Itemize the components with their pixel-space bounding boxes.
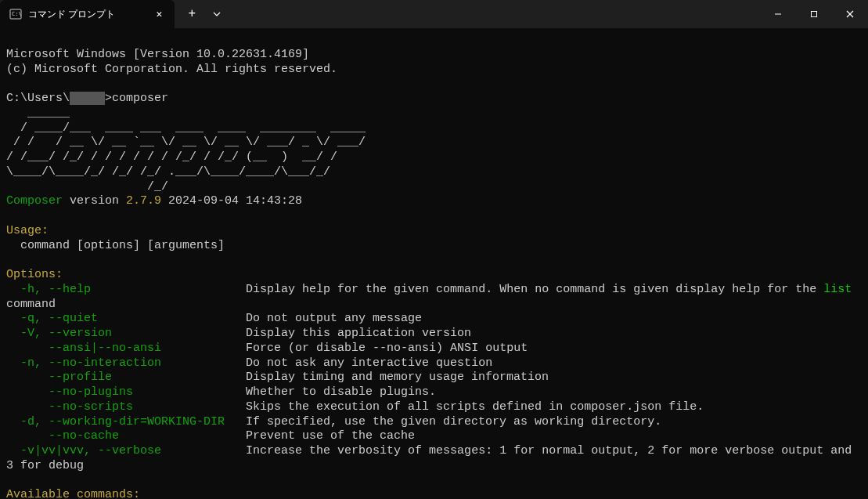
opt-pad: [119, 429, 246, 443]
version-word: version: [63, 194, 126, 208]
opt-pad: [225, 415, 246, 428]
terminal-output[interactable]: Microsoft Windows [Version 10.0.22631.41…: [0, 28, 868, 499]
opt-desc: Prevent use of the cache: [246, 429, 415, 443]
opt-pad: [112, 327, 246, 340]
window-controls: [760, 0, 868, 28]
tab-active[interactable]: C:\ コマンド プロンプト ✕: [0, 0, 175, 28]
opt-desc: 3 for debug: [6, 459, 84, 472]
ascii-line: / / / __ \/ __ `__ \/ __ \/ __ \/ ___/ _…: [6, 136, 366, 149]
opt-flags: -q, --quiet: [6, 312, 98, 325]
tab-dropdown-button[interactable]: [204, 2, 229, 27]
opt-desc: Whether to disable plugins.: [246, 385, 436, 399]
opt-desc: If specified, use the given directory as…: [246, 415, 661, 428]
composer-name: Composer: [6, 194, 63, 208]
opt-flags: -v|vv|vvv, --verbose: [6, 444, 161, 457]
opt-flags: --no-cache: [6, 429, 119, 443]
svg-rect-3: [812, 12, 817, 17]
opt-desc: Display timing and memory usage informat…: [246, 371, 549, 384]
composer-version: 2.7.9: [126, 194, 161, 208]
svg-text:C:\: C:\: [12, 11, 22, 17]
opt-flags: -h, --help: [6, 283, 91, 296]
banner-line-1: Microsoft Windows [Version 10.0.22631.41…: [6, 48, 309, 61]
opt-desc: Do not output any message: [246, 312, 422, 325]
ascii-line: / /___/ /_/ / / / / / / /_/ / /_/ (__ ) …: [6, 150, 337, 164]
prompt-path-suffix: >: [105, 92, 112, 105]
new-tab-button[interactable]: +: [179, 2, 204, 27]
opt-flags: --no-scripts: [6, 400, 133, 414]
ascii-line: ______: [6, 107, 70, 120]
opt-desc: Force (or disable --no-ansi) ANSI output: [246, 342, 528, 355]
maximize-button[interactable]: [796, 0, 832, 28]
composer-date: 2024-09-04 14:43:28: [161, 194, 302, 208]
opt-desc: Do not ask any interactive question: [246, 356, 492, 370]
prompt-command: composer: [112, 92, 168, 105]
ascii-line: / ____/___ ____ ___ ____ ____ ________ _…: [6, 121, 366, 135]
prompt-user-mask: [70, 92, 105, 105]
opt-desc: Display this application version: [246, 327, 471, 340]
available-commands-header: Available commands:: [6, 488, 140, 499]
opt-desc-hl: list: [823, 283, 852, 296]
options-header: Options:: [6, 268, 63, 281]
opt-pad: [112, 371, 246, 384]
opt-flags: --ansi|--no-ansi: [6, 342, 161, 355]
opt-pad: [161, 356, 246, 370]
opt-pad: [161, 342, 246, 355]
opt-pad: [161, 444, 246, 457]
opt-flags: -V, --version: [6, 327, 112, 340]
opt-pad: [98, 312, 246, 325]
opt-desc: Skips the execution of all scripts defin…: [246, 400, 704, 414]
opt-pad: [133, 385, 246, 399]
opt-flags: -n, --no-interaction: [6, 356, 161, 370]
opt-pad: [91, 283, 246, 296]
close-button[interactable]: [832, 0, 868, 28]
banner-line-2: (c) Microsoft Corporation. All rights re…: [6, 63, 337, 76]
prompt-path-prefix: C:\Users\: [6, 92, 70, 105]
opt-pad: [133, 400, 246, 414]
opt-desc: command: [6, 298, 56, 311]
ascii-line: /_/: [6, 180, 168, 193]
opt-desc: Increase the verbosity of messages: 1 fo…: [246, 444, 852, 457]
tab-close-button[interactable]: ✕: [153, 8, 165, 20]
usage-line: command [options] [arguments]: [6, 239, 225, 252]
usage-header: Usage:: [6, 224, 49, 237]
opt-flags: --profile: [6, 371, 112, 384]
cmd-icon: C:\: [9, 8, 22, 20]
minimize-button[interactable]: [760, 0, 796, 28]
opt-flags: --no-plugins: [6, 385, 133, 399]
ascii-line: \____/\____/_/ /_/ /_/ .___/\____/____/\…: [6, 165, 330, 179]
opt-flags: -d, --working-dir=WORKING-DIR: [6, 415, 225, 428]
titlebar: C:\ コマンド プロンプト ✕ +: [0, 0, 868, 28]
tab-title: コマンド プロンプト: [28, 8, 115, 21]
opt-desc: Display help for the given command. When…: [246, 283, 823, 296]
